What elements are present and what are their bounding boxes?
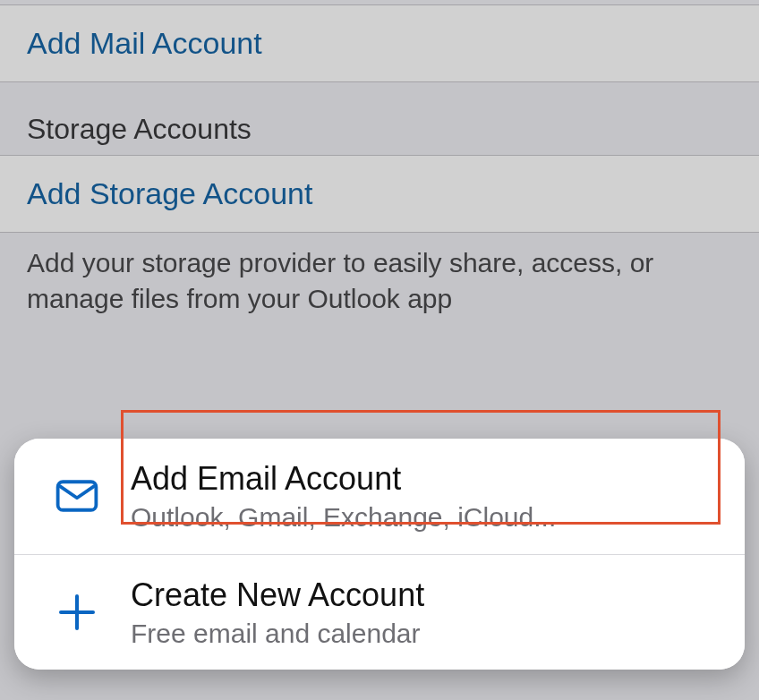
storage-accounts-header: Storage Accounts (0, 82, 759, 155)
create-new-account-title: Create New Account (131, 575, 424, 615)
add-mail-account-row[interactable]: Add Mail Account (0, 5, 759, 81)
add-email-account-title: Add Email Account (131, 458, 556, 499)
mail-icon (23, 472, 131, 520)
add-email-account-option[interactable]: Add Email Account Outlook, Gmail, Exchan… (14, 439, 745, 554)
storage-footnote: Add your storage provider to easily shar… (0, 233, 759, 345)
add-account-sheet: Add Email Account Outlook, Gmail, Exchan… (14, 439, 745, 670)
storage-footnote-text: Add your storage provider to easily shar… (27, 248, 653, 314)
add-storage-account-row[interactable]: Add Storage Account (0, 156, 759, 232)
add-mail-account-label: Add Mail Account (27, 26, 262, 60)
create-new-account-option[interactable]: Create New Account Free email and calend… (14, 554, 745, 670)
add-storage-account-label: Add Storage Account (27, 176, 312, 210)
storage-accounts-header-label: Storage Accounts (27, 113, 252, 145)
add-email-account-subtitle: Outlook, Gmail, Exchange, iCloud... (131, 500, 556, 534)
create-new-account-subtitle: Free email and calendar (131, 617, 424, 651)
plus-icon (23, 588, 131, 636)
create-new-account-text: Create New Account Free email and calend… (131, 575, 424, 651)
add-email-account-text: Add Email Account Outlook, Gmail, Exchan… (131, 458, 556, 534)
